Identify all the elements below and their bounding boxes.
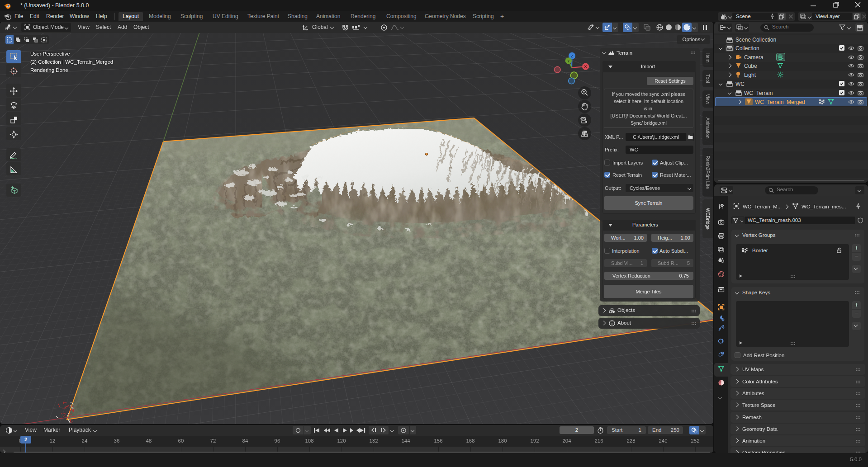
svg-text:Z: Z <box>571 54 574 58</box>
svg-text:Y: Y <box>567 59 570 63</box>
svg-text:X: X <box>584 64 587 69</box>
